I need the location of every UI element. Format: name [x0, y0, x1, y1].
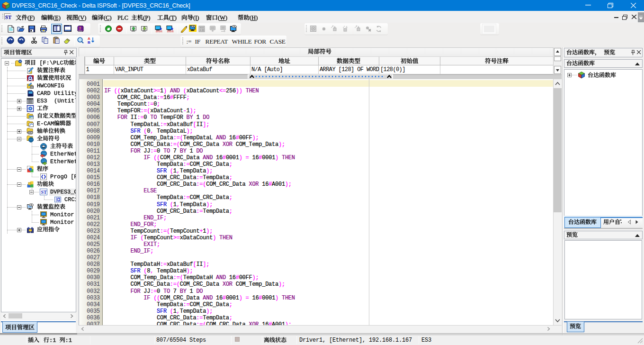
svg-text:10101: 10101: [167, 30, 174, 33]
svg-text:?: ?: [79, 27, 81, 31]
svg-text:B: B: [88, 40, 90, 44]
svg-text:ST: ST: [41, 190, 47, 195]
svg-text:10101: 10101: [156, 30, 163, 33]
